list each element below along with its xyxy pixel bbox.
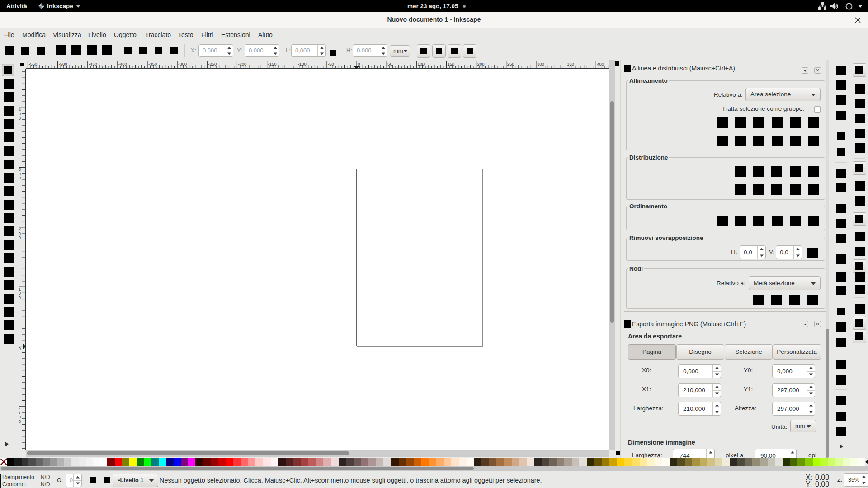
svg-text:0: 0 <box>19 296 21 300</box>
svg-text:0: 0 <box>19 231 21 236</box>
svg-text:50: 50 <box>387 61 392 66</box>
svg-text:0: 0 <box>19 419 21 424</box>
svg-text:-150: -150 <box>268 61 277 66</box>
svg-text:150: 150 <box>447 61 454 66</box>
svg-text:0: 0 <box>19 116 21 121</box>
svg-text:0: 0 <box>19 415 21 419</box>
svg-text:-350: -350 <box>148 61 157 66</box>
svg-text:1: 1 <box>19 287 21 291</box>
svg-text:1: 1 <box>19 411 21 415</box>
svg-text:200: 200 <box>477 61 485 66</box>
svg-text:3: 3 <box>19 167 21 172</box>
svg-text:2: 2 <box>19 227 21 231</box>
svg-text:-550: -550 <box>28 61 37 66</box>
svg-text:100: 100 <box>417 61 425 66</box>
svg-text:350: 350 <box>567 61 574 66</box>
svg-text:0: 0 <box>19 176 21 180</box>
svg-text:-450: -450 <box>89 61 97 66</box>
svg-text:-300: -300 <box>178 61 187 66</box>
svg-text:0: 0 <box>19 291 21 296</box>
svg-text:0: 0 <box>19 347 21 351</box>
svg-text:400: 400 <box>597 61 604 66</box>
svg-text:250: 250 <box>507 61 514 66</box>
svg-text:-400: -400 <box>118 61 127 66</box>
svg-text:-100: -100 <box>298 61 307 66</box>
svg-text:0: 0 <box>358 61 360 66</box>
svg-text:0: 0 <box>19 235 21 240</box>
svg-text:-200: -200 <box>238 61 246 66</box>
svg-text:0: 0 <box>19 112 21 116</box>
svg-text:4: 4 <box>19 108 21 112</box>
svg-text:-: - <box>19 406 20 411</box>
svg-text:300: 300 <box>537 61 544 66</box>
svg-text:-250: -250 <box>208 61 217 66</box>
svg-text:-500: -500 <box>59 61 67 66</box>
svg-text:0: 0 <box>19 172 21 176</box>
